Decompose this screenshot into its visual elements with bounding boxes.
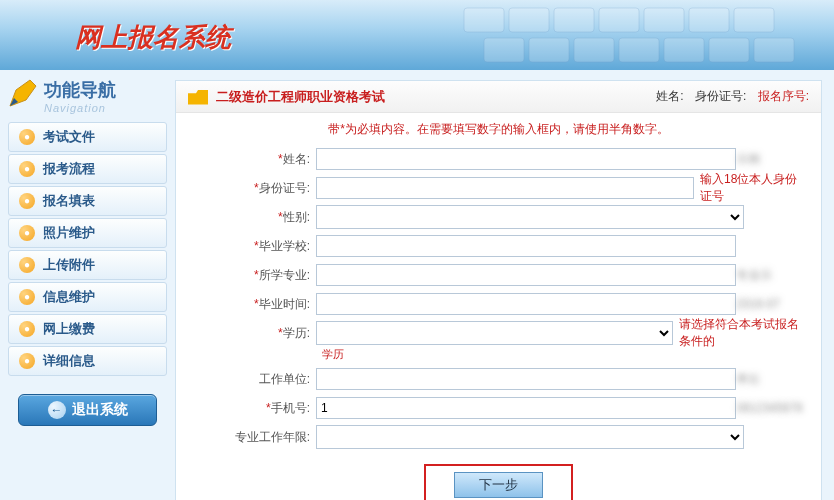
panel-meta: 姓名: 身份证号: 报名序号: (648, 88, 809, 105)
svg-rect-4 (644, 8, 684, 32)
exit-label: 退出系统 (72, 401, 128, 419)
svg-rect-13 (754, 38, 794, 62)
svg-rect-11 (664, 38, 704, 62)
nav-item-label: 信息维护 (43, 282, 95, 312)
workyears-select[interactable] (316, 425, 744, 449)
gradtime-input[interactable] (316, 293, 736, 315)
nav-item-label: 报考流程 (43, 154, 95, 184)
sidebar-item[interactable]: ●报考流程 (8, 154, 167, 184)
svg-rect-2 (554, 8, 594, 32)
svg-rect-5 (689, 8, 729, 32)
sidebar-item[interactable]: ●报名填表 (8, 186, 167, 216)
meta-id-label: 身份证号: (695, 89, 746, 103)
next-button-highlight: 下一步 (424, 464, 573, 500)
svg-rect-0 (464, 8, 504, 32)
nav-bullet-icon: ● (19, 161, 35, 177)
svg-rect-1 (509, 8, 549, 32)
nav-bullet-icon: ● (19, 289, 35, 305)
nav-bullet-icon: ● (19, 193, 35, 209)
nav-item-label: 照片维护 (43, 218, 95, 248)
nav-item-label: 详细信息 (43, 346, 95, 376)
idnum-hint: 输入18位本人身份证号 (700, 171, 809, 205)
form-panel: 二级造价工程师职业资格考试 姓名: 身份证号: 报名序号: 带*为必填内容。在需… (175, 80, 822, 500)
meta-name-label: 姓名: (656, 89, 683, 103)
nav-subtitle: Navigation (44, 102, 165, 114)
sidebar: 功能导航 Navigation ●考试文件●报考流程●报名填表●照片维护●上传附… (0, 70, 175, 500)
panel-header: 二级造价工程师职业资格考试 姓名: 身份证号: 报名序号: (176, 81, 821, 113)
sidebar-item[interactable]: ●详细信息 (8, 346, 167, 376)
name-input[interactable] (316, 148, 736, 170)
nav-bullet-icon: ● (19, 129, 35, 145)
panel-title: 二级造价工程师职业资格考试 (216, 88, 648, 106)
major-input[interactable] (316, 264, 736, 286)
registration-form: *姓名:示例 *身份证号:输入18位本人身份证号 *性别: *毕业学校: *所学… (176, 146, 821, 500)
pen-icon (6, 76, 40, 110)
svg-rect-6 (734, 8, 774, 32)
app-header: 网上报名系统 (0, 0, 834, 70)
sidebar-item[interactable]: ●上传附件 (8, 250, 167, 280)
nav-item-label: 上传附件 (43, 250, 95, 280)
meta-seq-label: 报名序号: (758, 89, 809, 103)
folder-icon (188, 89, 208, 105)
school-input[interactable] (316, 235, 736, 257)
form-notice: 带*为必填内容。在需要填写数字的输入框内，请使用半角数字。 (176, 113, 821, 146)
svg-rect-3 (599, 8, 639, 32)
nav-title: 功能导航 (44, 78, 165, 102)
nav-bullet-icon: ● (19, 321, 35, 337)
nav-item-label: 报名填表 (43, 186, 95, 216)
nav-bullet-icon: ● (19, 353, 35, 369)
sidebar-item[interactable]: ●网上缴费 (8, 314, 167, 344)
sidebar-item[interactable]: ●考试文件 (8, 122, 167, 152)
exit-arrow-icon: ← (48, 401, 66, 419)
next-button[interactable]: 下一步 (454, 472, 543, 498)
workunit-input[interactable] (316, 368, 736, 390)
sidebar-item[interactable]: ●信息维护 (8, 282, 167, 312)
edu-select[interactable] (316, 321, 673, 345)
nav-bullet-icon: ● (19, 257, 35, 273)
keyboard-decoration-icon (454, 0, 834, 70)
exit-button[interactable]: ← 退出系统 (18, 394, 157, 426)
svg-rect-10 (619, 38, 659, 62)
app-title: 网上报名系统 (75, 20, 231, 55)
svg-rect-7 (484, 38, 524, 62)
nav-item-label: 考试文件 (43, 122, 95, 152)
svg-rect-8 (529, 38, 569, 62)
svg-rect-9 (574, 38, 614, 62)
phone-input[interactable] (316, 397, 736, 419)
nav-bullet-icon: ● (19, 225, 35, 241)
sidebar-item[interactable]: ●照片维护 (8, 218, 167, 248)
nav-item-label: 网上缴费 (43, 314, 95, 344)
gender-select[interactable] (316, 205, 744, 229)
svg-rect-12 (709, 38, 749, 62)
edu-hint: 请选择符合本考试报名条件的 (679, 316, 809, 350)
idnum-input[interactable] (316, 177, 694, 199)
nav-header: 功能导航 Navigation (0, 70, 175, 120)
